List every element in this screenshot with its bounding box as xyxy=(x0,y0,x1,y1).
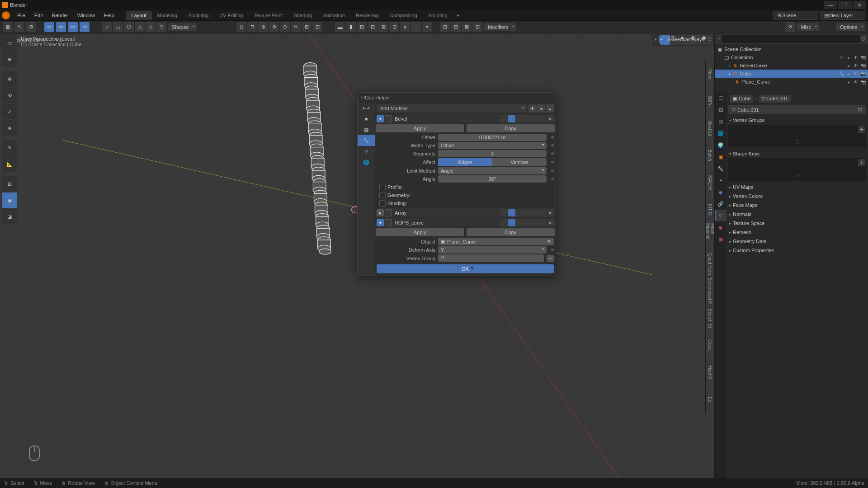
tree-arrow-icon-2[interactable]: ▸ xyxy=(729,72,731,76)
editor-type-icon[interactable]: ▦ xyxy=(3,22,13,32)
cube-render-icon[interactable]: 📷 xyxy=(860,70,866,77)
tool-rotate[interactable]: ⟲ xyxy=(2,88,17,103)
curve-copy-button[interactable]: Copy xyxy=(467,228,555,236)
select-box-icon[interactable]: ▭ xyxy=(44,22,54,32)
chevron-down-icon[interactable]: ▾ xyxy=(655,37,657,42)
vtab-quadrem[interactable]: Quad Rem xyxy=(705,250,714,277)
vtab-kito[interactable]: KIT O xyxy=(705,196,714,223)
deform-axis-dropdown[interactable]: Y xyxy=(438,246,547,253)
tree-arrow-icon[interactable]: ▸ xyxy=(729,64,731,68)
hops-tab-mod-icon[interactable]: ⟷ xyxy=(358,103,375,113)
blender-logo-icon[interactable] xyxy=(2,11,10,19)
mod-icon-4[interactable]: ⊟ xyxy=(368,22,377,32)
hops-tab-world-icon[interactable]: 🌐 xyxy=(358,157,375,168)
prop-tab-viewlayer[interactable]: ▤ xyxy=(715,116,726,127)
vtab-meshmat[interactable]: Mesh Material xyxy=(705,223,714,250)
curve-delete-icon[interactable]: ✕ xyxy=(547,219,554,226)
col-hide-icon[interactable]: 👁 xyxy=(853,54,859,61)
menu-file[interactable]: File xyxy=(13,11,30,19)
bevel-delete-icon[interactable]: ✕ xyxy=(547,115,554,122)
shape-icon-4[interactable]: △ xyxy=(135,22,145,32)
mesh-name-field[interactable]: ▽ Cube.001 🛡 xyxy=(728,105,866,114)
add-modifier-dropdown[interactable]: Add Modifier xyxy=(377,104,527,113)
shape-icon-3[interactable]: ⬡ xyxy=(124,22,134,32)
vtab-screencast[interactable]: Screencast K xyxy=(705,277,714,305)
offset-input[interactable]: 0.000721 m xyxy=(438,134,547,141)
vtab-3dpri[interactable]: 3DPri xyxy=(705,88,714,115)
tab-rendering[interactable]: Rendering xyxy=(350,11,384,20)
mod-icon-7[interactable]: ≡ xyxy=(400,22,410,32)
bevel-edit-icon[interactable] xyxy=(508,115,515,122)
curve-edit-icon[interactable] xyxy=(508,219,515,226)
prop-tab-constraints[interactable]: 🔗 xyxy=(715,198,726,210)
tool-cursor-icon[interactable]: ↖ xyxy=(14,22,24,32)
prop-tab-render[interactable]: 🖵 xyxy=(715,92,726,104)
tool-hops[interactable]: ▣ xyxy=(2,192,17,208)
affect-anim-dot[interactable] xyxy=(551,161,554,164)
boolean-make-icon[interactable]: ⊟ xyxy=(312,22,322,32)
curve-down-icon[interactable] xyxy=(539,219,546,226)
mod-icon-a[interactable]: ⊞ xyxy=(440,22,450,32)
vtab-boxcut[interactable]: BoxCut xyxy=(705,115,714,142)
mod-icon-1[interactable]: ▬ xyxy=(335,22,345,32)
col-sel-icon[interactable]: ▸ xyxy=(845,54,852,61)
tree-plane-curve[interactable]: ↯ Plane_Curve ▸ 👁 📷 xyxy=(715,78,868,86)
tab-compositing[interactable]: Compositing xyxy=(384,11,423,20)
menu-help[interactable]: Help xyxy=(99,11,119,19)
angle-anim-dot[interactable] xyxy=(551,178,554,180)
curve-render-icon[interactable] xyxy=(524,219,531,226)
affect-vertices-toggle[interactable]: Vertices xyxy=(492,158,547,166)
vis-up-icon[interactable]: ▴ xyxy=(546,104,554,113)
tool-transform[interactable]: ◈ xyxy=(2,120,17,136)
section-geometry-data[interactable]: Geometry Data xyxy=(728,237,866,246)
tab-layout[interactable]: Layout xyxy=(126,11,152,20)
select-extend-icon[interactable]: ▭ xyxy=(56,22,66,32)
prop-tab-texture[interactable]: ▩ xyxy=(715,233,726,245)
section-vertex-groups[interactable]: Vertex Groups xyxy=(728,116,866,125)
vertex-groups-list[interactable]: + ⠿ xyxy=(728,125,866,147)
bc-hide-icon[interactable]: 👁 xyxy=(853,62,859,69)
mesh-shield-icon[interactable]: 🛡 xyxy=(858,107,863,113)
bc-object[interactable]: ▣ Cube xyxy=(730,95,753,103)
options-dropdown[interactable]: Options xyxy=(836,23,865,31)
pc-render-icon[interactable]: 📷 xyxy=(860,79,866,85)
shape-icon-6[interactable]: ▽ xyxy=(156,22,166,32)
vtab-machi[interactable]: MACHI xyxy=(705,169,714,196)
curve-realtime-icon[interactable] xyxy=(516,219,523,226)
prop-tab-world[interactable]: 🌍 xyxy=(715,139,726,151)
array-expand-toggle[interactable]: ▸ xyxy=(377,209,384,216)
select-intersect-icon[interactable]: ▭ xyxy=(80,22,90,32)
tab-texture-paint[interactable]: Texture Paint xyxy=(248,11,288,20)
array-realtime-icon[interactable] xyxy=(516,209,523,216)
curve-object-clear-icon[interactable]: ✕ xyxy=(547,239,551,244)
pc-sel-icon[interactable]: ▸ xyxy=(845,79,852,85)
curve-name[interactable]: HOPS_curve xyxy=(393,220,500,225)
tree-scene-collection[interactable]: ▣ Scene Collection xyxy=(715,45,868,53)
width-type-anim-dot[interactable] xyxy=(551,144,554,147)
tab-sculpting[interactable]: Sculpting xyxy=(183,11,214,20)
tab-scripting[interactable]: Scripting xyxy=(423,11,453,20)
vg-invert-icon[interactable]: ↔ xyxy=(547,255,554,262)
shape-icon-1[interactable]: ○ xyxy=(102,22,112,32)
affect-edges-toggle[interactable]: Edges xyxy=(438,158,492,166)
array-up-icon[interactable] xyxy=(531,209,538,216)
shape-icon-5[interactable]: ◇ xyxy=(146,22,156,32)
minimize-button[interactable]: — xyxy=(824,1,837,9)
section-shape-keys[interactable]: Shape Keys xyxy=(728,149,866,158)
col-exclude-icon[interactable]: ☑ xyxy=(838,54,844,61)
sk-grip-icon[interactable]: ⠿ xyxy=(796,173,799,179)
boolean-knife-icon[interactable]: ✂ xyxy=(291,22,301,32)
cube-mod-icon[interactable]: 🔧 xyxy=(838,70,844,77)
ok-button[interactable]: OK ↖ xyxy=(377,264,554,273)
close-button[interactable]: ✕ xyxy=(853,1,866,9)
mod-icon-d[interactable]: ⊡ xyxy=(472,22,482,32)
tab-animation[interactable]: Animation xyxy=(317,11,350,20)
segments-input[interactable]: 3 xyxy=(438,150,547,157)
maximize-button[interactable]: ☐ xyxy=(838,1,852,9)
prop-tab-object[interactable]: ▣ xyxy=(715,151,726,163)
curve-up-icon[interactable] xyxy=(531,219,538,226)
outliner-editor-icon[interactable]: ≡ xyxy=(717,36,720,42)
shading-checkbox[interactable] xyxy=(379,200,386,206)
outliner-search[interactable] xyxy=(722,35,860,43)
sk-add-button[interactable]: + xyxy=(858,159,865,166)
